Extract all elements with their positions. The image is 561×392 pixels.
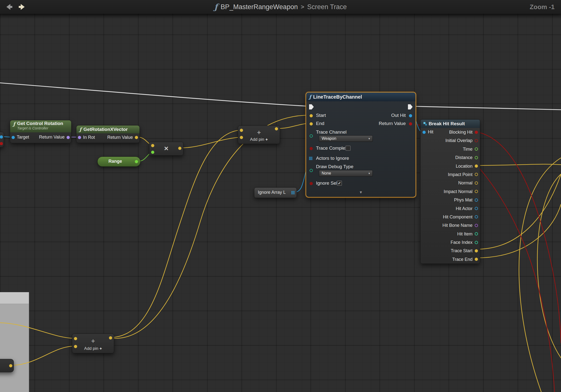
draw-debug-pin[interactable] xyxy=(310,169,313,172)
node-get-rotation-x-vector[interactable]: ƒ GetRotationXVector In Rot Return Value xyxy=(76,125,140,143)
trace-channel-dropdown[interactable]: Weapon ▼ xyxy=(319,135,373,142)
wire-vector[interactable] xyxy=(111,115,310,339)
phys-mat-pin[interactable] xyxy=(475,198,478,202)
add-output-pin[interactable] xyxy=(275,127,278,130)
return-value-pin[interactable] xyxy=(67,136,70,139)
wire-vector[interactable] xyxy=(476,164,561,165)
function-icon: ƒ xyxy=(79,126,82,132)
object-output-pin[interactable] xyxy=(0,135,3,139)
add-input-a-pin[interactable] xyxy=(240,129,243,132)
multiply-output-pin[interactable] xyxy=(178,147,181,150)
node-title: LineTraceByChannel xyxy=(313,94,362,100)
face-index-pin[interactable] xyxy=(475,241,478,244)
impact-normal-pin[interactable] xyxy=(475,190,478,193)
node-add-vector-bottom[interactable]: + Add pin + xyxy=(72,334,114,353)
trace-channel-label: Trace Channel xyxy=(316,129,347,135)
array-output-pin[interactable] xyxy=(291,191,295,194)
distance-pin[interactable] xyxy=(475,156,478,159)
pin-label: Start xyxy=(316,113,326,118)
pin-label: End xyxy=(316,121,324,126)
wire-exec-in[interactable] xyxy=(0,83,309,106)
node-get-control-rotation[interactable]: ƒ Get Control Rotation Target is Control… xyxy=(10,120,71,143)
in-rot-pin[interactable] xyxy=(78,136,81,139)
break-output-row: Distance xyxy=(421,153,480,162)
vector-output-pin[interactable] xyxy=(9,364,12,367)
hit-actor-pin[interactable] xyxy=(475,207,478,210)
draw-debug-label: Draw Debug Type xyxy=(316,164,353,169)
trace-start-pin[interactable] xyxy=(475,249,478,252)
return-value-pin[interactable] xyxy=(135,136,138,139)
graph-name: Screen Trace xyxy=(307,3,347,11)
node-break-hit-result[interactable]: Break Hit Result Hit Blocking HitInitial… xyxy=(420,119,480,264)
partial-node-offscreen[interactable] xyxy=(0,292,29,392)
initial-overlap-pin[interactable] xyxy=(475,139,478,142)
node-range-variable[interactable]: Range xyxy=(97,157,140,167)
impact-point-pin[interactable] xyxy=(475,173,478,176)
hit-component-pin[interactable] xyxy=(475,215,478,218)
pin-label: Out Hit xyxy=(391,113,406,118)
forward-button[interactable] xyxy=(17,3,26,11)
actors-to-ignore-pin[interactable] xyxy=(309,157,312,160)
expand-node-chevron[interactable]: ▼ xyxy=(306,190,416,194)
exec-out-pin[interactable] xyxy=(408,104,413,109)
target-pin[interactable] xyxy=(12,136,15,139)
wire-vector[interactable] xyxy=(476,204,561,258)
add-input-b-pin[interactable] xyxy=(74,345,77,348)
break-struct-icon xyxy=(423,122,427,125)
blocking-hit-pin[interactable] xyxy=(475,131,478,134)
break-output-row: Hit Component xyxy=(421,213,480,221)
start-pin[interactable] xyxy=(310,114,313,117)
multiply-input-b-pin[interactable] xyxy=(151,151,154,154)
wire-vector[interactable] xyxy=(476,174,561,249)
exec-in-pin[interactable] xyxy=(309,104,314,109)
wire-vector[interactable] xyxy=(179,137,243,148)
pin-label: Location xyxy=(456,162,473,170)
return-value-pin[interactable] xyxy=(409,122,412,125)
blueprint-graph-editor[interactable]: ƒ Get Control Rotation Target is Control… xyxy=(0,0,561,392)
partial-node-left[interactable] xyxy=(0,132,4,147)
blueprint-name[interactable]: BP_MasterRangeWeapon xyxy=(221,3,298,11)
function-icon: ƒ xyxy=(214,2,218,12)
node-line-trace-by-channel[interactable]: ƒ LineTraceByChannel Start End Out Hit R… xyxy=(306,92,416,197)
end-pin[interactable] xyxy=(310,122,313,125)
wire-exec-out[interactable] xyxy=(411,106,561,110)
add-input-a-pin[interactable] xyxy=(74,337,77,340)
add-pin-plus-icon[interactable]: + xyxy=(265,137,268,142)
wire-vector[interactable] xyxy=(279,123,310,128)
wire-bool[interactable] xyxy=(476,132,561,343)
add-pin-plus-icon[interactable]: + xyxy=(100,346,102,351)
wire-vector[interactable] xyxy=(537,174,561,358)
trace-end-pin[interactable] xyxy=(475,258,478,261)
add-input-b-pin[interactable] xyxy=(240,136,243,139)
trace-channel-pin[interactable] xyxy=(310,134,313,138)
add-pin-label[interactable]: Add pin xyxy=(84,346,98,351)
trace-complex-pin[interactable] xyxy=(310,147,313,150)
out-hit-pin[interactable] xyxy=(409,114,412,117)
ignore-self-pin[interactable] xyxy=(310,182,313,185)
location-pin[interactable] xyxy=(475,164,478,168)
time-pin[interactable] xyxy=(475,147,478,151)
normal-pin[interactable] xyxy=(475,181,478,185)
partial-node-bottom-left[interactable] xyxy=(0,359,14,372)
add-output-pin[interactable] xyxy=(109,336,112,339)
trace-complex-checkbox[interactable] xyxy=(346,146,351,151)
draw-debug-dropdown[interactable]: None ▼ xyxy=(319,170,373,177)
hit-bone-name-pin[interactable] xyxy=(475,224,478,227)
break-output-row: Normal xyxy=(421,179,480,187)
range-output-pin[interactable] xyxy=(135,160,138,163)
break-output-row: Trace Start xyxy=(421,247,480,255)
hit-item-pin[interactable] xyxy=(475,232,478,235)
node-add-vector-top[interactable]: + Add pin + xyxy=(238,125,280,144)
pin-label: Time xyxy=(463,145,473,153)
back-button[interactable] xyxy=(5,3,14,11)
break-output-row: Hit Item xyxy=(421,230,480,238)
multiply-input-a-pin[interactable] xyxy=(151,144,154,147)
ignore-self-checkbox[interactable]: ✓ xyxy=(337,181,342,186)
break-output-row: Trace End xyxy=(421,255,480,264)
wire-vector[interactable] xyxy=(519,158,561,392)
add-pin-label[interactable]: Add pin xyxy=(250,137,264,142)
bool-output-pin[interactable] xyxy=(0,142,3,145)
node-multiply[interactable]: × xyxy=(149,142,183,156)
node-ignore-array-variable[interactable]: Ignore Array L xyxy=(254,187,297,198)
pin-label: Impact Normal xyxy=(444,187,473,196)
